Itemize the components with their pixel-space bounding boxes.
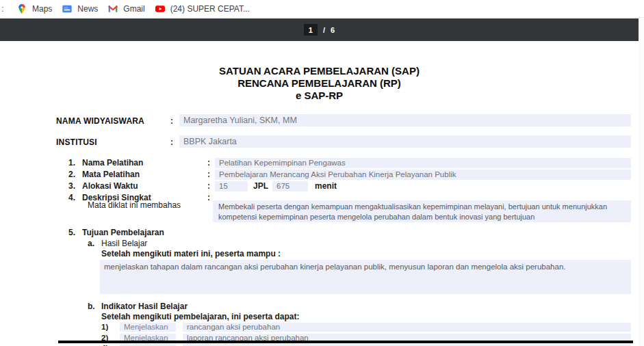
bookmark-gmail[interactable]: Gmail: [107, 3, 144, 14]
mata-pelatihan-row: 2. Mata Pelatihan : Pembelajaran Meranca…: [68, 170, 631, 180]
widyaiswara-field[interactable]: Margaretha Yuliani, SKM, MM: [179, 114, 631, 127]
bookmark-maps[interactable]: Maps: [16, 3, 52, 14]
title-line-2: RENCANA PEMBELAJARAN (RP): [0, 77, 639, 90]
hasil-belajar-textarea[interactable]: menjelaskan tahapan dalam rancangan aksi…: [100, 260, 631, 294]
bookmarks-bar: : Maps News: [0, 0, 644, 18]
jpl-field[interactable]: 15: [215, 181, 248, 191]
mata-pelatihan-label: Mata Pelatihan: [82, 170, 207, 179]
item-letter: a.: [88, 239, 101, 248]
indikator-row-1: 1) Menjelaskan rancangan aksi perubahan: [101, 323, 631, 332]
alokasi-waktu-label: Alokasi Waktu: [82, 181, 207, 191]
widyaiswara-label: NAMA WIDYAISWARA: [56, 114, 170, 126]
item-letter: b.: [88, 302, 101, 311]
mata-diklat-label: Mata diklat ini membahas: [88, 200, 213, 210]
page-total: 6: [331, 26, 335, 34]
colon: :: [207, 158, 215, 168]
table-top-border: [58, 341, 633, 343]
bookmark-label: (24) SUPER CEPAT...: [170, 4, 250, 14]
institusi-row: INSTITUSI : BBPK Jakarta: [56, 135, 631, 148]
page-separator: /: [323, 26, 325, 34]
nama-pelatihan-field[interactable]: Pelatihan Kepemimpinan Pengawas: [215, 158, 631, 168]
indikator-hasil-belajar-label: Indikator Hasil Belajar: [101, 302, 188, 311]
nama-pelatihan-row: 1. Nama Pelatihan : Pelatihan Kepemimpin…: [68, 158, 631, 168]
bookmark-fragment[interactable]: :: [1, 4, 7, 14]
nama-pelatihan-label: Nama Pelatihan: [82, 158, 207, 168]
menit-unit-label: menit: [315, 181, 337, 191]
youtube-icon: [155, 3, 166, 14]
bookmark-label: Maps: [32, 4, 52, 14]
item-number: 4.: [68, 193, 82, 202]
document-page: SATUAN ACARA PEMBELAJARAN (SAP) RENCANA …: [0, 41, 639, 346]
gmail-icon: [107, 3, 118, 14]
indikator-number: 1): [101, 323, 120, 331]
mata-pelatihan-field[interactable]: Pembelajaran Merancang Aksi Perubahan Ki…: [215, 170, 631, 180]
scrollbar[interactable]: [639, 18, 644, 346]
institusi-label: INSTITUSI: [56, 135, 170, 147]
deskripsi-textarea[interactable]: Membekali peserta dengan kemampuan menga…: [213, 200, 631, 222]
colon: :: [207, 170, 215, 179]
title-line-1: SATUAN ACARA PEMBELAJARAN (SAP): [0, 65, 639, 77]
item-number: 5.: [68, 228, 82, 237]
hasil-belajar-intro: Setelah mengikuti materi ini, peserta ma…: [101, 249, 631, 258]
tujuan-pembelajaran-row: 5. Tujuan Pembelajaran: [68, 228, 631, 237]
indikator-hasil-belajar-row: b. Indikator Hasil Belajar: [88, 302, 631, 311]
hasil-belajar-field-wrap: menjelaskan tahapan dalam rancangan aksi…: [100, 260, 631, 294]
tujuan-pembelajaran-label: Tujuan Pembelajaran: [82, 228, 164, 237]
indikator-object-field[interactable]: rancangan aksi perubahan: [183, 323, 631, 332]
pdf-toolbar: 1 / 6: [0, 18, 639, 41]
item-number: 2.: [68, 170, 82, 179]
indikator-intro: Setelah mengikuti pembelajaran, ini pese…: [101, 312, 631, 321]
page-indicator: 1 / 6: [304, 24, 335, 36]
bookmark-label: Gmail: [123, 4, 144, 14]
title-line-3: e SAP-RP: [0, 90, 639, 102]
hasil-belajar-label: Hasil Belajar: [101, 239, 147, 248]
colon: :: [207, 181, 215, 191]
deskripsi-sub-row: Mata diklat ini membahas Membekali peser…: [88, 200, 631, 222]
bookmark-news[interactable]: News: [62, 3, 98, 14]
bookmark-youtube[interactable]: (24) SUPER CEPAT...: [155, 3, 250, 14]
document-title: SATUAN ACARA PEMBELAJARAN (SAP) RENCANA …: [0, 65, 639, 102]
training-detail-list: 1. Nama Pelatihan : Pelatihan Kepemimpin…: [68, 158, 631, 346]
menit-field[interactable]: 675: [272, 181, 308, 191]
item-number: 1.: [68, 158, 82, 168]
bookmark-label: News: [77, 4, 98, 14]
widyaiswara-row: NAMA WIDYAISWARA : Margaretha Yuliani, S…: [56, 114, 631, 127]
deskripsi-singkat-row: 4. Deskripsi Singkat :: [68, 193, 631, 200]
news-icon: [62, 3, 73, 14]
colon: :: [170, 135, 176, 147]
colon: :: [170, 114, 176, 126]
item-number: 3.: [68, 181, 82, 191]
page-number-input[interactable]: 1: [304, 24, 318, 36]
jpl-unit-label: JPL: [253, 181, 268, 191]
indikator-verb-field[interactable]: Menjelaskan: [120, 323, 176, 332]
institusi-field[interactable]: BBPK Jakarta: [179, 135, 631, 148]
maps-icon: [16, 3, 27, 14]
alokasi-waktu-row: 3. Alokasi Waktu : 15 JPL 675 menit: [68, 181, 631, 191]
hasil-belajar-row: a. Hasil Belajar: [88, 239, 631, 248]
